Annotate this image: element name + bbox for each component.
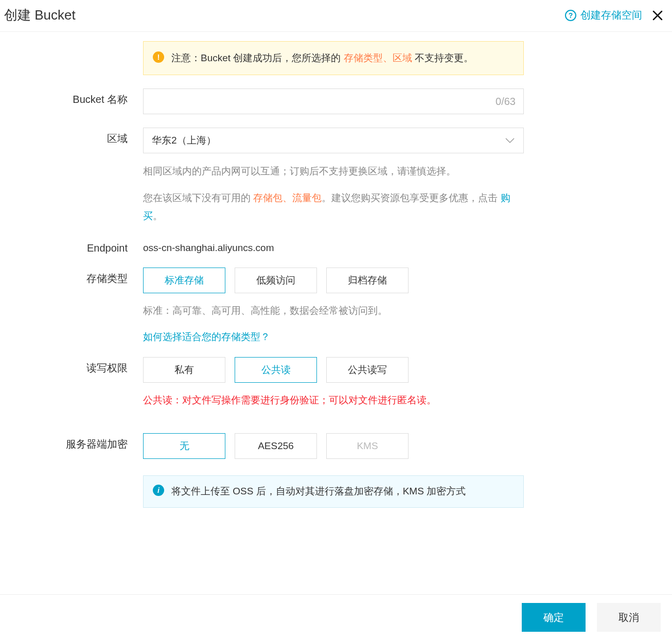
help-link-text: 创建存储空间 xyxy=(580,8,642,22)
storage-type-standard[interactable]: 标准存储 xyxy=(143,268,225,293)
label-endpoint: Endpoint xyxy=(0,238,143,254)
acl-public-read[interactable]: 公共读 xyxy=(235,357,317,383)
acl-desc: 公共读：对文件写操作需要进行身份验证；可以对文件进行匿名读。 xyxy=(143,392,524,408)
help-link[interactable]: ? 创建存储空间 xyxy=(565,8,642,22)
storage-type-ia[interactable]: 低频访问 xyxy=(235,268,317,293)
info-icon: i xyxy=(153,485,164,496)
storage-type-desc: 标准：高可靠、高可用、高性能，数据会经常被访问到。 xyxy=(143,303,524,319)
encryption-kms[interactable]: KMS xyxy=(326,433,409,459)
label-bucket-name: Bucket 名称 xyxy=(0,88,143,114)
question-circle-icon: ? xyxy=(565,10,576,21)
encryption-info: i 将文件上传至 OSS 后，自动对其进行落盘加密存储，KMS 加密方式 xyxy=(143,475,524,507)
label-region: 区域 xyxy=(0,128,143,225)
warning-text: 注意：Bucket 创建成功后，您所选择的 存储类型、区域 不支持变更。 xyxy=(171,50,473,66)
label-acl: 读写权限 xyxy=(0,357,143,408)
warning-highlight-storage: 存储类型 xyxy=(344,52,383,63)
encryption-aes256[interactable]: AES256 xyxy=(235,433,317,459)
endpoint-value: oss-cn-shanghai.aliyuncs.com xyxy=(143,238,524,254)
chevron-down-icon xyxy=(505,135,515,146)
storage-type-archive[interactable]: 归档存储 xyxy=(326,268,409,293)
form-content: ! 注意：Bucket 创建成功后，您所选择的 存储类型、区域 不支持变更。 B… xyxy=(0,41,672,518)
char-count: 0/63 xyxy=(496,96,516,108)
warning-highlight-region: 区域 xyxy=(393,52,412,63)
bucket-name-input[interactable] xyxy=(143,88,524,114)
warning-alert: ! 注意：Bucket 创建成功后，您所选择的 存储类型、区域 不支持变更。 xyxy=(143,41,524,75)
storage-help-link[interactable]: 如何选择适合您的存储类型？ xyxy=(143,331,270,342)
close-icon xyxy=(651,9,664,22)
label-encryption: 服务器端加密 xyxy=(0,433,143,459)
encryption-none[interactable]: 无 xyxy=(143,433,225,459)
dialog-header: 创建 Bucket ? 创建存储空间 xyxy=(0,0,672,32)
storage-type-options: 标准存储 低频访问 归档存储 xyxy=(143,268,524,293)
dialog-title: 创建 Bucket xyxy=(4,6,76,24)
encryption-options: 无 AES256 KMS xyxy=(143,433,524,459)
acl-public-read-write[interactable]: 公共读写 xyxy=(326,357,409,383)
acl-options: 私有 公共读 公共读写 xyxy=(143,357,524,383)
region-select[interactable]: 华东2（上海） xyxy=(143,128,524,153)
region-selected-value: 华东2（上海） xyxy=(152,134,216,147)
warning-icon: ! xyxy=(153,51,164,63)
region-hint-2: 您在该区域下没有可用的 存储包、流量包。建议您购买资源包享受更多优惠，点击 购买… xyxy=(143,189,524,224)
label-storage-type: 存储类型 xyxy=(0,268,143,344)
close-button[interactable] xyxy=(651,9,664,22)
region-hint-1: 相同区域内的产品内网可以互通；订购后不支持更换区域，请谨慎选择。 xyxy=(143,163,524,180)
acl-private[interactable]: 私有 xyxy=(143,357,225,383)
header-actions: ? 创建存储空间 xyxy=(565,8,664,22)
encryption-info-text: 将文件上传至 OSS 后，自动对其进行落盘加密存储，KMS 加密方式 xyxy=(171,483,466,500)
